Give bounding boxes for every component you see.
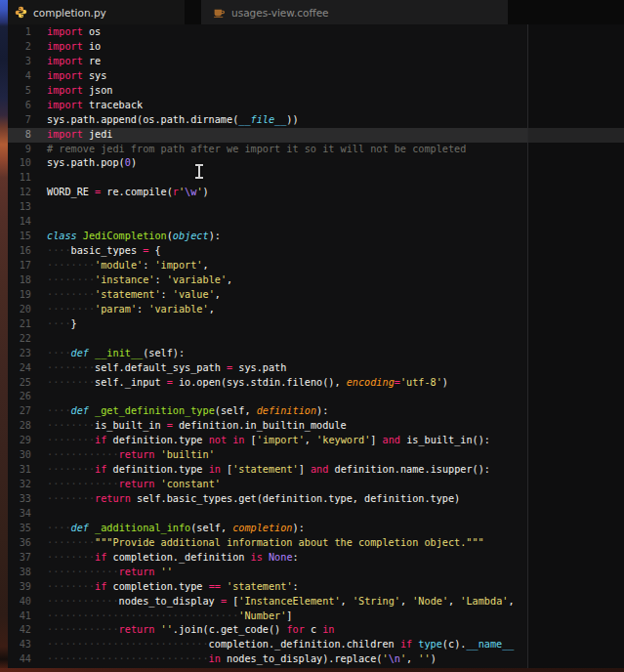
line-number[interactable]: 42 (8, 623, 31, 638)
window-bottom-edge (0, 668, 624, 672)
code-text: ········self._input = io.open(sys.stdin.… (47, 377, 448, 388)
code-text: WORD_RE = re.compile(r'\w') (47, 187, 209, 197)
text-editor-app: completion.py usages-view.coffee 1import… (8, 0, 624, 672)
code-text: ············return ''.join(c.get_code() … (47, 624, 334, 635)
editor-window: completion.py usages-view.coffee 1import… (0, 0, 624, 672)
line-number[interactable]: 19 (8, 288, 31, 303)
code-text: sys.path.pop(0) (47, 157, 137, 168)
line-number[interactable]: 22 (8, 332, 31, 347)
line-number[interactable]: 8 (8, 128, 31, 143)
line-number[interactable]: 27 (8, 404, 31, 419)
line-number[interactable]: 43 (8, 638, 31, 652)
code-text: ············return 'constant' (47, 479, 221, 489)
desktop-wallpaper-strip (0, 0, 8, 672)
code-text: ········"""Provide additional informatio… (47, 537, 484, 548)
code-text: ········'statement': 'value', (47, 289, 221, 300)
tab-label: usages-view.coffee (231, 7, 329, 19)
code-text: import os (47, 26, 101, 37)
line-number[interactable]: 44 (8, 652, 31, 667)
code-text: ············return '' (47, 567, 173, 577)
line-number[interactable]: 34 (8, 507, 31, 522)
line-number[interactable]: 9 (8, 143, 31, 157)
line-number[interactable]: 2 (8, 40, 31, 55)
tab-bar: completion.py usages-view.coffee (8, 0, 624, 25)
code-text: import json (47, 85, 112, 96)
line-number[interactable]: 32 (8, 478, 31, 492)
code-text: ········'param': 'variable', (47, 304, 215, 315)
code-text: ········'module': 'import', (47, 260, 209, 271)
code-text: ········if completion._definition is Non… (47, 552, 299, 563)
code-text: ····def _get_definition_type(self, defin… (47, 405, 328, 416)
code-text: ····def _additional_info(self, completio… (47, 523, 305, 533)
line-number[interactable]: 20 (8, 303, 31, 317)
code-text: ···························completion._d… (47, 639, 514, 650)
code-text: ········if completion.type == 'statement… (47, 581, 299, 592)
line-number[interactable]: 30 (8, 448, 31, 463)
code-text: ································'Number'… (47, 610, 293, 621)
code-text: class JediCompletion(object): (47, 231, 221, 241)
line-number[interactable]: 4 (8, 69, 31, 84)
line-number[interactable]: 7 (8, 113, 31, 128)
code-text: ········if definition.type not in ['impo… (47, 435, 490, 445)
line-number[interactable]: 1 (8, 25, 31, 40)
code-text: import io (47, 41, 101, 52)
line-number[interactable]: 29 (8, 434, 31, 448)
line-number[interactable]: 33 (8, 492, 31, 507)
code-text: import re (47, 56, 101, 66)
line-number[interactable]: 5 (8, 84, 31, 99)
line-number[interactable]: 17 (8, 259, 31, 273)
line-number[interactable]: 15 (8, 230, 31, 244)
line-number[interactable]: 35 (8, 522, 31, 536)
line-number[interactable]: 26 (8, 390, 31, 404)
line-number[interactable]: 41 (8, 609, 31, 624)
line-number[interactable]: 39 (8, 580, 31, 595)
code-editor-pane[interactable]: 1import os2import io3import re4import sy… (8, 24, 624, 672)
coffee-icon (213, 6, 226, 19)
code-text: ········if definition.type in ['statemen… (47, 464, 490, 475)
code-text: # remove jedi from path after we import … (47, 144, 466, 154)
code-text: ···························in nodes_to_d… (47, 653, 437, 664)
line-number[interactable]: 14 (8, 215, 31, 230)
code-text: ····} (47, 318, 77, 329)
line-number[interactable]: 12 (8, 186, 31, 200)
line-number[interactable]: 13 (8, 200, 31, 215)
line-number[interactable]: 24 (8, 361, 31, 376)
line-number[interactable]: 10 (8, 156, 31, 171)
line-number[interactable]: 21 (8, 317, 31, 332)
line-number[interactable]: 6 (8, 99, 31, 113)
tab-usages-view-coffee[interactable]: usages-view.coffee (201, 0, 508, 24)
code-text: ········return self.basic_types.get(defi… (47, 493, 460, 504)
code-text: ············nodes_to_display = ['Instanc… (47, 596, 515, 607)
after-ruler-shade (528, 24, 624, 672)
code-text: import traceback (47, 100, 143, 110)
code-text: ········self.default_sys_path = sys.path (47, 362, 286, 373)
code-text: ········'instance': 'variable', (47, 274, 232, 285)
line-number[interactable]: 16 (8, 244, 31, 259)
tab-completion-py[interactable]: completion.py (8, 0, 185, 24)
code-text: import jedi (47, 129, 112, 140)
code-text: sys.path.append(os.path.dirname(__file__… (47, 114, 299, 125)
code-text: ····basic_types = { (47, 245, 161, 256)
python-icon (15, 6, 27, 19)
line-number[interactable]: 18 (8, 273, 31, 288)
line-number[interactable]: 3 (8, 55, 31, 69)
line-number[interactable]: 37 (8, 551, 31, 566)
mouse-ibeam-cursor (198, 164, 200, 179)
code-text: ········is_built_in = definition.in_buil… (47, 420, 347, 431)
code-text: import sys (47, 70, 106, 81)
line-number[interactable]: 31 (8, 463, 31, 478)
code-text: ····def __init__(self): (47, 348, 185, 358)
line-number[interactable]: 25 (8, 376, 31, 391)
tab-label: completion.py (33, 7, 106, 19)
line-number[interactable]: 11 (8, 171, 31, 186)
line-number[interactable]: 38 (8, 566, 31, 580)
code-text: ············return 'builtin' (47, 449, 215, 460)
line-number[interactable]: 28 (8, 419, 31, 434)
line-number[interactable]: 40 (8, 595, 31, 609)
line-number[interactable]: 36 (8, 536, 31, 551)
line-number[interactable]: 23 (8, 347, 31, 361)
